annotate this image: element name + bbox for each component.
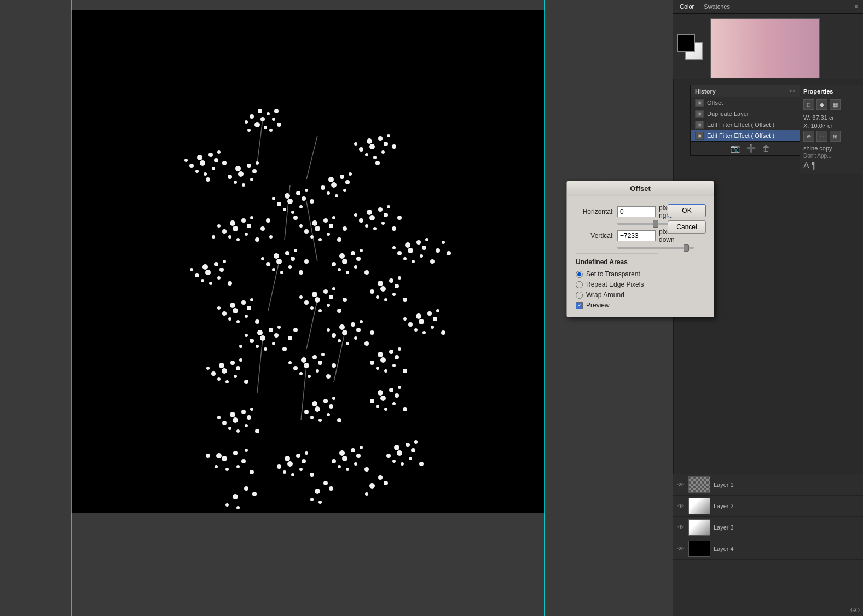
horizontal-input[interactable] <box>617 206 656 217</box>
radio-transparent-btn[interactable] <box>576 271 583 278</box>
properties-title: Properties <box>803 88 859 95</box>
svg-point-236 <box>299 372 303 375</box>
svg-point-319 <box>392 460 396 463</box>
layer-eye-3[interactable]: 👁 <box>676 524 685 531</box>
radio-wrap-btn[interactable] <box>576 292 583 299</box>
svg-point-138 <box>364 270 369 275</box>
svg-point-198 <box>239 345 242 348</box>
gradient-preview[interactable] <box>710 18 820 78</box>
svg-point-336 <box>318 501 322 504</box>
history-item-0[interactable]: ⊞ Offset <box>691 97 810 108</box>
svg-point-106 <box>205 270 211 275</box>
vertical-row: Vertical: pixels down <box>576 228 658 243</box>
svg-point-217 <box>408 322 413 327</box>
cancel-button[interactable]: Cancel <box>668 220 706 234</box>
svg-point-219 <box>416 313 421 319</box>
offset-dialog: Offset Horizontal: pixels right Vertical… <box>566 181 714 317</box>
radio-set-transparent[interactable]: Set to Transparent <box>576 270 658 278</box>
vertical-input[interactable] <box>617 230 656 241</box>
svg-point-330 <box>252 492 257 496</box>
ok-button[interactable]: OK <box>668 204 706 217</box>
layer-eye-2[interactable]: 👁 <box>676 502 685 510</box>
history-item-label-3: Edit Filter Effect ( Offset ) <box>707 132 774 139</box>
prop-icon-2[interactable]: ◆ <box>816 99 827 110</box>
svg-point-87 <box>304 229 309 234</box>
svg-point-96 <box>365 224 368 228</box>
svg-point-312 <box>332 459 336 463</box>
layer-eye-4[interactable]: 👁 <box>676 545 685 553</box>
prop-icon-1[interactable]: □ <box>803 99 814 110</box>
prop-tool-icon-3[interactable]: ⊞ <box>830 131 841 142</box>
svg-point-172 <box>327 304 330 307</box>
svg-point-100 <box>387 205 390 208</box>
svg-point-57 <box>310 199 314 204</box>
history-item-2[interactable]: ⊞ Edit Filter Effect ( Offset ) <box>691 119 810 130</box>
history-new-btn[interactable]: ➕ <box>746 144 756 153</box>
prop-tool-icon-2[interactable]: ↔ <box>816 131 827 142</box>
layer-eye-1[interactable]: 👁 <box>676 481 685 489</box>
vertical-slider[interactable] <box>617 247 694 249</box>
radio-wrap-around[interactable]: Wrap Around <box>576 291 658 299</box>
svg-point-292 <box>206 454 210 458</box>
svg-point-97 <box>384 213 388 217</box>
svg-point-240 <box>321 353 325 356</box>
svg-point-284 <box>378 390 383 396</box>
svg-point-206 <box>360 320 363 323</box>
prop-icon-3[interactable]: ▦ <box>830 99 841 110</box>
svg-point-337 <box>369 483 375 489</box>
svg-point-142 <box>422 246 426 250</box>
tab-swatches[interactable]: Swatches <box>702 2 732 11</box>
layer-name-4: Layer 4 <box>714 545 860 552</box>
svg-point-263 <box>230 412 235 417</box>
svg-point-76 <box>255 237 259 242</box>
svg-point-242 <box>316 369 319 373</box>
layer-row-4[interactable]: 👁 Layer 4 <box>673 538 863 560</box>
svg-point-34 <box>369 144 375 149</box>
text-align-icon[interactable]: A <box>803 161 809 171</box>
paragraph-icon[interactable]: ¶ <box>812 161 816 171</box>
svg-point-99 <box>359 218 363 223</box>
svg-point-270 <box>329 404 333 409</box>
svg-point-25 <box>238 171 244 177</box>
preview-checkbox[interactable] <box>576 302 583 309</box>
svg-point-83 <box>323 218 328 223</box>
svg-point-125 <box>288 265 292 269</box>
svg-point-143 <box>412 260 415 263</box>
history-item-1[interactable]: ⊞ Duplicate Layer <box>691 108 810 119</box>
history-expand-btn[interactable]: >> <box>787 88 797 95</box>
svg-point-224 <box>230 361 235 365</box>
history-delete-btn[interactable]: 🗑 <box>762 144 770 153</box>
preview-row: Preview <box>576 301 658 309</box>
svg-point-69 <box>228 235 231 239</box>
svg-point-332 <box>315 489 320 494</box>
layer-row-1[interactable]: 👁 Layer 1 <box>673 474 863 496</box>
layer-thumb-1 <box>688 476 710 493</box>
svg-point-103 <box>392 226 396 231</box>
layer-row-2[interactable]: 👁 Layer 2 <box>673 496 863 517</box>
vertical-slider-thumb[interactable] <box>684 244 689 252</box>
svg-point-301 <box>291 473 294 476</box>
svg-point-80 <box>266 218 270 223</box>
layer-row-3[interactable]: 👁 Layer 3 <box>673 517 863 538</box>
close-color-panel[interactable]: ✕ <box>854 3 859 10</box>
svg-point-259 <box>247 415 251 420</box>
horizontal-slider-thumb[interactable] <box>653 220 658 228</box>
svg-point-101 <box>367 210 372 215</box>
svg-point-314 <box>339 450 345 456</box>
radio-repeat-edge[interactable]: Repeat Edge Pixels <box>576 281 658 288</box>
tab-color[interactable]: Color <box>677 2 696 11</box>
history-item-3[interactable]: ⊞ Edit Filter Effect ( Offset ) <box>691 130 810 141</box>
svg-point-135 <box>360 249 363 252</box>
fg-color-swatch[interactable] <box>677 34 695 52</box>
svg-point-86 <box>318 238 322 241</box>
svg-point-185 <box>403 298 407 302</box>
svg-point-112 <box>223 260 226 263</box>
prop-tool-icon-1[interactable]: ⊕ <box>803 131 814 142</box>
svg-point-310 <box>356 454 361 458</box>
horizontal-label: Horizontal: <box>576 208 614 216</box>
radio-repeat-btn[interactable] <box>576 281 583 288</box>
history-snapshot-btn[interactable]: 📷 <box>731 144 740 153</box>
dialog-title: Offset <box>630 184 651 193</box>
svg-point-216 <box>422 331 426 334</box>
svg-point-250 <box>384 369 387 373</box>
